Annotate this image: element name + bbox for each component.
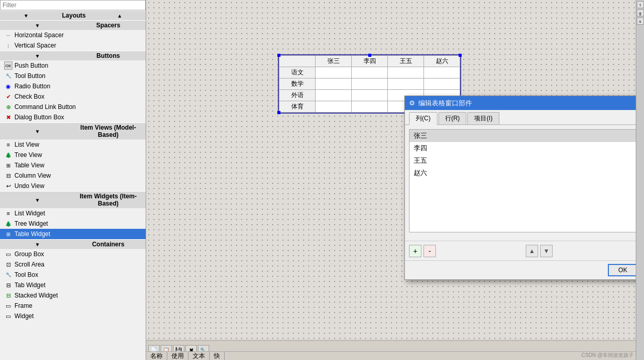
right-strip-btn-3[interactable]: s [637,18,644,25]
cell-1-0 [316,79,352,90]
table-header-0: 张三 [316,56,352,67]
filter-input[interactable] [0,0,146,10]
sidebar-item-scroll-area[interactable]: ⊡ Scroll Area [0,259,146,270]
table-header-3: 赵六 [424,56,460,67]
handle-bl[interactable] [277,111,280,114]
sidebar-item-tree-view[interactable]: 🌲 Tree View [0,150,146,160]
list-view-icon: ≡ [4,140,12,149]
status-cell-use: 使用 [167,352,189,360]
move-up-button[interactable]: ▲ [526,245,538,257]
sidebar: ▼ Layouts ▲ ▼ Spacers ↔ Horizontal Space… [0,0,146,360]
cell-2-1 [352,90,388,101]
sidebar-item-tool-button[interactable]: 🔧 Tool Button [0,71,146,81]
dialog-tab-column[interactable]: 列(C) [409,112,437,125]
horizontal-spacer-icon: ↔ [4,31,12,39]
sidebar-item-command-link-button[interactable]: ⊕ Command Link Button [0,102,146,112]
sidebar-item-stacked-widget[interactable]: ⊟ Stacked Widget [0,290,146,301]
chevron-item-views: ▼ [3,129,72,134]
section-item-widgets[interactable]: ▼ Item Widgets (Item-Based) [0,191,146,208]
dialog-footer: + - ▲ ▼ 属性<< [405,241,636,260]
sidebar-item-dialog-button-box[interactable]: ✖ Dialog Button Box [0,112,146,122]
cell-1-3 [424,79,460,90]
section-item-views[interactable]: ▼ Item Views (Model-Based) [0,122,146,139]
dialog-list-item-1[interactable]: 李四 [410,142,636,154]
chevron-buttons: ▼ [3,53,72,59]
handle-tr[interactable] [459,54,462,57]
chevron-item-widgets: ▼ [3,197,72,203]
tool-box-icon: 🔧 [4,271,12,279]
row-header-1: 数学 [279,79,316,90]
sidebar-item-radio-button[interactable]: ◉ Radio Button [0,81,146,91]
dialog-title-left: ⚙ 编辑表格窗口部件 [409,99,472,108]
sidebar-item-list-widget[interactable]: ≡ List Widget [0,208,146,218]
right-strip-btn-2[interactable]: g [637,9,644,17]
table-row: 数学 [279,79,460,90]
dialog-button-box-icon: ✖ [4,113,12,121]
cell-1-2 [388,79,424,90]
dialog-tab-row[interactable]: 行(R) [438,112,467,124]
sidebar-item-undo-view[interactable]: ↩ Undo View [0,181,146,191]
main-container: ▼ Layouts ▲ ▼ Spacers ↔ Horizontal Space… [0,0,644,360]
dialog-tabs: 列(C) 行(R) 项目(I) [405,110,636,125]
table-row: 语文 [279,67,460,79]
cell-0-0 [316,67,352,79]
dialog-edit-table: ⚙ 编辑表格窗口部件 ✕ 列(C) 行(R) 项目(I) 张三 李四 王五 赵六 [404,96,636,280]
undo-view-icon: ↩ [4,182,12,190]
dialog-titlebar: ⚙ 编辑表格窗口部件 ✕ [405,96,636,110]
dialog-list[interactable]: 张三 李四 王五 赵六 [409,129,636,232]
handle-tc[interactable] [368,54,371,57]
dialog-tab-item[interactable]: 项目(I) [467,112,499,124]
sidebar-item-push-button[interactable]: OK Push Button [0,60,146,71]
sidebar-item-check-box[interactable]: ✔ Check Box [0,91,146,102]
ok-button[interactable]: OK [608,264,636,276]
status-cell-fast: 快 [210,352,225,360]
cell-3-0 [316,101,352,113]
sidebar-item-vertical-spacer[interactable]: ↕ Vertical Spacer [0,40,146,51]
sidebar-scroll: ▼ Layouts ▲ ▼ Spacers ↔ Horizontal Space… [0,10,146,360]
section-containers[interactable]: ▼ Containers [0,239,146,249]
chevron-containers: ▼ [3,242,72,247]
sidebar-item-tree-widget[interactable]: 🌲 Tree Widget [0,218,146,229]
radio-button-icon: ◉ [4,82,12,90]
sidebar-item-table-widget[interactable]: ⊞ Table Widget [0,229,146,239]
right-strip: t g s [636,0,644,360]
add-button[interactable]: + [409,245,421,257]
stacked-widget-icon: ⊟ [4,291,12,300]
cell-1-1 [352,79,388,90]
status-bar: 名称 使用 文本 快 [146,351,636,360]
sidebar-item-column-view[interactable]: ⊟ Column View [0,170,146,181]
section-buttons[interactable]: ▼ Buttons [0,51,146,60]
bottom-toolbar: 📄 📋 💾 ✖ 🔧 名称 使用 文本 快 [146,340,636,360]
sidebar-item-table-view[interactable]: ⊞ Table View [0,160,146,170]
row-header-3: 体育 [279,101,316,113]
sidebar-item-list-view[interactable]: ≡ List View [0,139,146,150]
cell-0-2 [388,67,424,79]
dialog-list-item-3[interactable]: 赵六 [410,167,636,179]
chevron-spacers: ▼ [3,23,72,28]
scroll-up-layouts: ▲ [97,13,143,19]
handle-tl[interactable] [277,54,280,57]
table-view-icon: ⊞ [4,161,12,169]
group-box-icon: ▭ [4,250,12,258]
sidebar-item-horizontal-spacer[interactable]: ↔ Horizontal Spacer [0,30,146,40]
sidebar-item-tool-box[interactable]: 🔧 Tool Box [0,270,146,280]
push-button-icon: OK [4,61,12,70]
move-down-button[interactable]: ▼ [540,245,553,257]
dialog-list-item-2[interactable]: 王五 [410,154,636,167]
sidebar-item-tab-widget[interactable]: ⊟ Tab Widget [0,280,146,290]
dialog-content: 张三 李四 王五 赵六 [405,125,636,241]
dialog-title-icon: ⚙ [409,99,415,107]
section-spacers[interactable]: ▼ Spacers [0,20,146,30]
sidebar-item-widget[interactable]: ▭ Widget [0,311,146,321]
section-layouts[interactable]: ▼ Layouts ▲ [0,10,146,20]
table-header-1: 李四 [352,56,388,67]
status-cell-text: 文本 [189,352,210,360]
tree-widget-icon: 🌲 [4,220,12,228]
dialog-title-text: 编辑表格窗口部件 [418,99,472,108]
sidebar-item-frame[interactable]: ▭ Frame [0,301,146,311]
chevron-layouts: ▼ [3,13,49,19]
sidebar-item-group-box[interactable]: ▭ Group Box [0,249,146,259]
dialog-list-item-0[interactable]: 张三 [410,130,636,142]
right-strip-btn-1[interactable]: t [637,1,644,8]
remove-button[interactable]: - [423,245,436,257]
